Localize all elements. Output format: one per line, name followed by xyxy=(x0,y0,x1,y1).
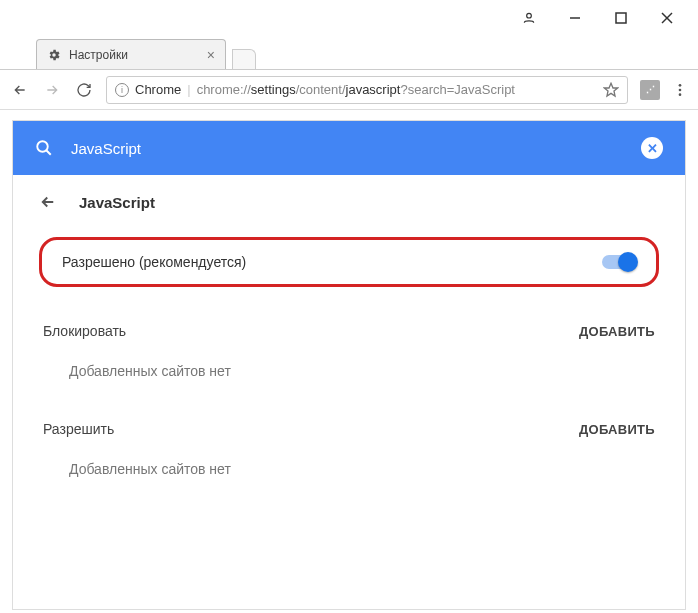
bookmark-star-icon[interactable] xyxy=(603,82,619,98)
nav-back-button[interactable] xyxy=(10,82,30,98)
section-allow-title: Разрешить xyxy=(43,421,114,437)
svg-point-7 xyxy=(679,93,682,96)
pdf-extension-icon[interactable]: ⋰ xyxy=(640,80,660,100)
settings-page: JavaScript ✕ JavaScript Разрешено (реком… xyxy=(12,120,686,610)
svg-point-0 xyxy=(527,13,532,18)
section-block-empty: Добавленных сайтов нет xyxy=(39,347,659,403)
window-close-button[interactable] xyxy=(644,0,690,36)
section-allow-add-button[interactable]: ДОБАВИТЬ xyxy=(579,422,655,437)
allowed-toggle-row[interactable]: Разрешено (рекомендуется) xyxy=(39,237,659,287)
svg-point-6 xyxy=(679,88,682,91)
section-block-add-button[interactable]: ДОБАВИТЬ xyxy=(579,324,655,339)
clear-search-icon[interactable]: ✕ xyxy=(641,137,663,159)
page-header: JavaScript xyxy=(39,193,659,211)
account-icon[interactable] xyxy=(506,0,552,36)
svg-rect-2 xyxy=(616,13,626,23)
browser-menu-icon[interactable] xyxy=(672,82,688,98)
gear-icon xyxy=(47,48,61,62)
section-block-title: Блокировать xyxy=(43,323,126,339)
svg-line-9 xyxy=(46,150,51,155)
svg-point-8 xyxy=(37,141,48,152)
allowed-toggle-switch[interactable] xyxy=(602,255,636,269)
url-host: Chrome xyxy=(135,82,181,97)
search-text[interactable]: JavaScript xyxy=(71,140,141,157)
maximize-button[interactable] xyxy=(598,0,644,36)
tab-title: Настройки xyxy=(69,48,128,62)
section-block: Блокировать ДОБАВИТЬ Добавленных сайтов … xyxy=(39,315,659,403)
url-text: chrome://settings/content/javascript?sea… xyxy=(197,82,515,97)
browser-toolbar: i Chrome | chrome://settings/content/jav… xyxy=(0,70,698,110)
address-bar[interactable]: i Chrome | chrome://settings/content/jav… xyxy=(106,76,628,104)
tab-strip: Настройки × xyxy=(0,36,698,70)
window-titlebar xyxy=(0,0,698,36)
section-allow-empty: Добавленных сайтов нет xyxy=(39,445,659,501)
svg-point-5 xyxy=(679,84,682,87)
search-icon xyxy=(35,139,53,157)
allowed-toggle-label: Разрешено (рекомендуется) xyxy=(62,254,246,270)
minimize-button[interactable] xyxy=(552,0,598,36)
site-info-icon[interactable]: i xyxy=(115,83,129,97)
nav-forward-button xyxy=(42,82,62,98)
section-allow: Разрешить ДОБАВИТЬ Добавленных сайтов не… xyxy=(39,413,659,501)
new-tab-button[interactable] xyxy=(232,49,256,69)
settings-search-bar: JavaScript ✕ xyxy=(13,121,685,175)
tab-close-icon[interactable]: × xyxy=(207,47,215,63)
page-title: JavaScript xyxy=(79,194,155,211)
back-arrow-icon[interactable] xyxy=(39,193,57,211)
tab-settings[interactable]: Настройки × xyxy=(36,39,226,69)
reload-button[interactable] xyxy=(74,82,94,98)
